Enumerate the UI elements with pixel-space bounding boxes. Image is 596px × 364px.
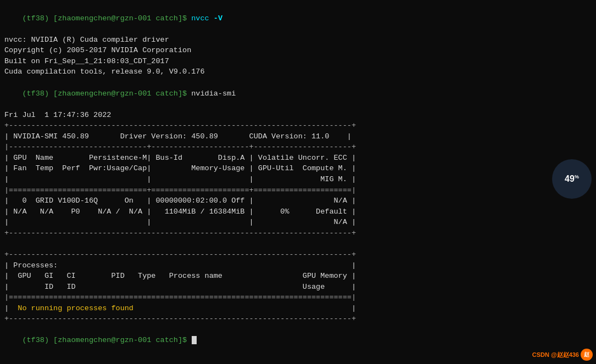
usage-percent: 49% (565, 174, 579, 184)
user-avatar: 赵 (581, 349, 593, 361)
terminal-line: Fri Jul 1 17:47:36 2022 (4, 110, 592, 121)
csdn-label: CSDN @赵赵436 (532, 351, 579, 359)
terminal-line: (tf38) [zhaomengchen@rgzn-001 catch]$ nv… (4, 2, 592, 35)
terminal-line: |=======================================… (4, 292, 592, 303)
terminal-line: nvcc: NVIDIA (R) Cuda compiler driver (4, 35, 592, 46)
terminal-line: +---------------------------------------… (4, 120, 592, 131)
terminal-line: | 0 GRID V100D-16Q On | 00000000:02:00.0… (4, 195, 592, 206)
cpu-usage-widget: 49% (552, 159, 592, 199)
terminal-line: | GPU GI CI PID Type Process name GPU Me… (4, 271, 592, 282)
terminal-line: +---------------------------------------… (4, 313, 592, 324)
terminal-line: | | | N/A | (4, 217, 592, 228)
terminal-line: | Fan Temp Perf Pwr:Usage/Cap| Memory-Us… (4, 163, 592, 174)
csdn-watermark: CSDN @赵赵436 赵 (532, 349, 593, 361)
terminal-line: |-------------------------------+-------… (4, 142, 592, 153)
cursor (192, 336, 197, 344)
terminal-line: | Processes: | (4, 260, 592, 271)
terminal-line: Cuda compilation tools, release 9.0, V9.… (4, 66, 592, 77)
no-process-line: | No running processes found | (4, 303, 592, 314)
terminal-line: | | | MIG M. | (4, 174, 592, 185)
terminal-line: Built on Fri_Sep__1_21:08:03_CDT_2017 (4, 56, 592, 67)
terminal-line (4, 238, 592, 249)
terminal-line: | ID ID Usage | (4, 282, 592, 293)
terminal-line: (tf38) [zhaomengchen@rgzn-001 catch]$ nv… (4, 77, 592, 110)
terminal-line: Copyright (c) 2005-2017 NVIDIA Corporati… (4, 45, 592, 56)
terminal-line: | N/A N/A P0 N/A / N/A | 1104MiB / 16384… (4, 206, 592, 217)
terminal-line: +---------------------------------------… (4, 228, 592, 239)
terminal-line: | GPU Name Persistence-M| Bus-Id Disp.A … (4, 153, 592, 164)
terminal-line: | NVIDIA-SMI 450.89 Driver Version: 450.… (4, 131, 592, 142)
terminal-line: |===============================+=======… (4, 185, 592, 196)
terminal: (tf38) [zhaomengchen@rgzn-001 catch]$ nv… (0, 0, 596, 364)
terminal-line: +---------------------------------------… (4, 249, 592, 260)
terminal-prompt-line: (tf38) [zhaomengchen@rgzn-001 catch]$ (4, 324, 592, 357)
